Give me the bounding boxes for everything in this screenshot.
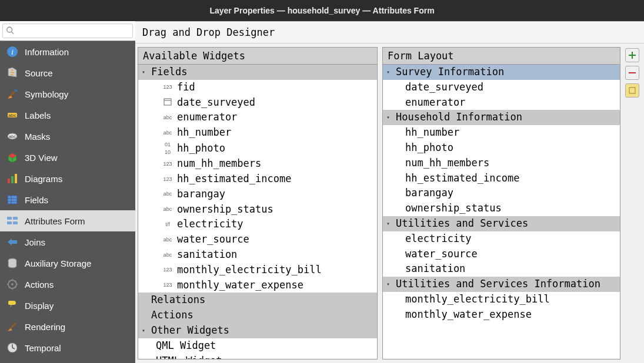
field-name: barangay [177, 187, 225, 201]
sidebar-item-masks[interactable]: abcMasks [0, 126, 135, 147]
layout-group-label: Survey Information [385, 65, 504, 79]
field-water_source[interactable]: abcwater_source [138, 232, 377, 247]
sidebar-item-label: Auxiliary Storage [25, 258, 91, 268]
svg-rect-28 [629, 55, 636, 56]
field-name: monthly_electricity_bill [177, 263, 322, 277]
sidebar-list: iInformationSourceSymbologyabcLabelsabcM… [0, 41, 135, 363]
sidebar-item-3d-view[interactable]: 3D View [0, 147, 135, 168]
expander-icon[interactable]: ▾ [384, 280, 392, 288]
sidebar-item-diagrams[interactable]: Diagrams [0, 168, 135, 189]
tree-group-fields[interactable]: ▾Fields [138, 65, 377, 80]
field-name: hh_number [177, 126, 231, 140]
layout-field-date_surveyed[interactable]: date_surveyed [383, 80, 620, 95]
field-monthly_water_expense[interactable]: 123monthly_water_expense [138, 278, 377, 293]
sidebar-item-auxiliary-storage[interactable]: Auxiliary Storage [0, 253, 135, 274]
layout-field-enumerator[interactable]: enumerator [383, 95, 620, 110]
rendering-icon [6, 320, 19, 333]
widget-name: HTML Widget [156, 354, 222, 359]
available-widgets-panel: Available Widgets ▾Fields123fiddate_surv… [138, 47, 378, 359]
sidebar-item-symbology[interactable]: Symbology [0, 83, 135, 105]
layout-field-sanitation[interactable]: sanitation [383, 261, 620, 277]
sidebar-item-information[interactable]: iInformation [0, 41, 135, 62]
svg-rect-17 [7, 221, 12, 224]
tree-group-other-widgets[interactable]: ▾Other Widgets [138, 323, 377, 338]
layout-field-hh_number[interactable]: hh_number [383, 125, 620, 140]
sidebar-item-temporal[interactable]: Temporal [0, 337, 135, 358]
window-titlebar: Layer Properties — household_survey — At… [0, 0, 644, 21]
sidebar-item-label: Symbology [25, 89, 68, 99]
layout-field-ownership_status[interactable]: ownership_status [383, 201, 620, 216]
sidebar-item-labels[interactable]: abcLabels [0, 105, 135, 126]
sidebar-item-actions[interactable]: Actions [0, 274, 135, 295]
designer-mode-label: Drag and Drop Designer [142, 26, 275, 38]
sidebar-item-label: Diagrams [25, 174, 62, 184]
svg-rect-8 [8, 179, 10, 183]
svg-rect-29 [629, 72, 636, 73]
sidebar-item-display[interactable]: Display [0, 295, 135, 316]
layout-field-water_source[interactable]: water_source [383, 247, 620, 262]
field-hh_photo[interactable]: 0110hh_photo [138, 140, 377, 156]
layout-field-electricity[interactable]: electricity [383, 231, 620, 247]
field-fid[interactable]: 123fid [138, 80, 377, 95]
expander-icon[interactable]: ▾ [384, 68, 392, 76]
layout-field-monthly_electricity_bill[interactable]: monthly_electricity_bill [383, 292, 620, 307]
field-ownership_status[interactable]: abcownership_status [138, 202, 377, 217]
field-hh_number[interactable]: abchh_number [138, 125, 377, 140]
form-layout-tree: ▾Survey Informationdate_surveyedenumerat… [383, 65, 620, 359]
layout-group-household-information[interactable]: ▾Household Information [383, 110, 620, 125]
sidebar-item-fields[interactable]: Fields [0, 189, 135, 210]
field-name: sanitation [177, 248, 237, 262]
remove-tab-button[interactable] [625, 66, 639, 80]
designer-mode-selector[interactable]: Drag and Drop Designer [135, 21, 644, 43]
3d-view-icon [6, 151, 19, 164]
auxiliary-storage-icon [6, 257, 19, 270]
layout-field-monthly_water_expense[interactable]: monthly_water_expense [383, 307, 620, 322]
layout-group-survey-information[interactable]: ▾Survey Information [383, 65, 620, 80]
sidebar-item-attributes-form[interactable]: Attributes Form [0, 210, 135, 231]
field-sanitation[interactable]: abcsanitation [138, 247, 377, 263]
field-date_surveyed[interactable]: date_surveyed [138, 95, 377, 110]
svg-rect-16 [13, 217, 18, 220]
labels-icon: abc [6, 109, 19, 122]
field-name: hh_estimated_income [177, 172, 291, 186]
layout-field-hh_photo[interactable]: hh_photo [383, 140, 620, 156]
sidebar-item-source[interactable]: Source [0, 62, 135, 83]
svg-point-21 [11, 283, 14, 285]
search-input[interactable] [2, 23, 133, 38]
field-name: ownership_status [177, 203, 273, 217]
field-barangay[interactable]: abcbarangay [138, 187, 377, 202]
layout-group-utilities-and-services-information[interactable]: ▾Utilities and Services Information [383, 277, 620, 292]
sidebar-item-label: Temporal [25, 343, 61, 353]
layout-field-num_hh_members[interactable]: num_hh_members [383, 156, 620, 171]
field-electricity[interactable]: t/felectricity [138, 217, 377, 232]
layout-field-barangay[interactable]: barangay [383, 186, 620, 201]
field-name: water_source [177, 233, 249, 247]
svg-rect-11 [8, 196, 17, 204]
tree-group-actions[interactable]: Actions [138, 308, 377, 323]
edit-button[interactable] [625, 83, 639, 98]
svg-rect-15 [7, 217, 12, 220]
field-enumerator[interactable]: abcenumerator [138, 110, 377, 125]
layout-group-utilities-and-services[interactable]: ▾Utilities and Services [383, 216, 620, 231]
group-label: Actions [141, 308, 193, 322]
tree-group-relations[interactable]: Relations [138, 293, 377, 308]
widget-qml-widget[interactable]: QML Widget [138, 338, 377, 354]
svg-rect-9 [11, 176, 14, 183]
expander-icon[interactable]: ▾ [384, 220, 392, 228]
layout-field-hh_estimated_income[interactable]: hh_estimated_income [383, 171, 620, 186]
field-name: fid [177, 80, 195, 95]
sidebar-item-rendering[interactable]: Rendering [0, 316, 135, 337]
symbology-icon [6, 88, 19, 100]
sidebar-item-label: Source [25, 68, 53, 78]
expander-icon[interactable]: ▾ [139, 327, 148, 335]
expander-icon[interactable]: ▾ [139, 68, 148, 76]
field-num_hh_members[interactable]: 123num_hh_members [138, 156, 377, 172]
expander-icon[interactable]: ▾ [384, 113, 392, 122]
form-layout-title: Form Layout [383, 48, 620, 65]
field-name: enumerator [177, 110, 237, 125]
field-hh_estimated_income[interactable]: 123hh_estimated_income [138, 172, 377, 187]
sidebar-item-joins[interactable]: Joins [0, 231, 135, 253]
field-monthly_electricity_bill[interactable]: 123monthly_electricity_bill [138, 263, 377, 278]
widget-html-widget[interactable]: HTML Widget [138, 354, 377, 359]
add-tab-button[interactable] [625, 48, 639, 62]
